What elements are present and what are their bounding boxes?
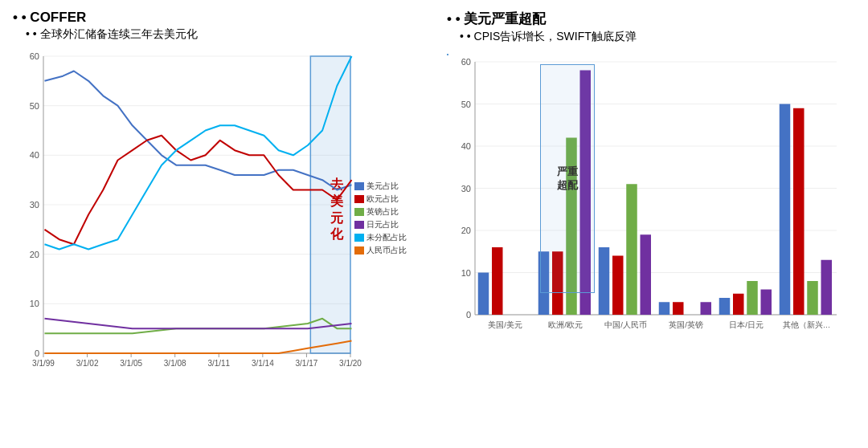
svg-text:3/1/08: 3/1/08	[164, 359, 186, 368]
svg-rect-86	[807, 281, 818, 315]
svg-text:人民币占比: 人民币占比	[366, 246, 407, 255]
svg-text:10: 10	[461, 268, 471, 278]
svg-text:3/1/05: 3/1/05	[120, 359, 142, 368]
svg-text:40: 40	[461, 141, 471, 151]
svg-text:欧元占比: 欧元占比	[366, 194, 399, 203]
svg-rect-42	[354, 234, 364, 242]
svg-rect-38	[354, 208, 364, 216]
svg-text:20: 20	[461, 226, 471, 235]
svg-text:美元占比: 美元占比	[366, 181, 399, 190]
svg-text:英镑占比: 英镑占比	[366, 207, 399, 216]
svg-text:3/1/20: 3/1/20	[339, 359, 362, 368]
svg-rect-75	[659, 302, 670, 315]
svg-rect-73	[641, 234, 652, 315]
left-panel: • COFFER • 全球外汇储备连续三年去美元化 01020304050603…	[0, 0, 434, 448]
svg-rect-76	[673, 302, 684, 315]
svg-rect-40	[354, 221, 364, 229]
svg-text:10: 10	[30, 299, 39, 308]
left-chart: 01020304050603/1/993/1/023/1/053/1/083/1…	[13, 48, 421, 438]
svg-text:0: 0	[466, 310, 471, 320]
svg-text:30: 30	[461, 184, 471, 193]
right-subtitle: • CPIS告诉增长，SWIFT触底反弹	[460, 30, 855, 44]
annotation-overweight: 严重 超配	[540, 64, 596, 294]
annotation-underweight	[447, 54, 448, 55]
svg-text:30: 30	[30, 200, 39, 210]
svg-rect-36	[354, 195, 364, 203]
svg-text:3/1/14: 3/1/14	[252, 359, 274, 368]
right-panel: • 美元严重超配 • CPIS告诉增长，SWIFT触底反弹 0102030405…	[434, 0, 868, 448]
svg-rect-34	[354, 182, 364, 190]
svg-text:3/1/02: 3/1/02	[76, 359, 99, 368]
svg-text:3/1/99: 3/1/99	[32, 359, 55, 368]
svg-text:英国/英镑: 英国/英镑	[669, 320, 703, 329]
svg-text:50: 50	[30, 101, 39, 111]
svg-rect-82	[761, 290, 772, 316]
svg-text:60: 60	[30, 51, 39, 61]
svg-text:未分配占比: 未分配占比	[366, 233, 407, 242]
svg-text:欧洲/欧元: 欧洲/欧元	[548, 320, 583, 329]
svg-rect-80	[733, 294, 744, 315]
svg-rect-63	[492, 247, 503, 315]
svg-text:3/1/17: 3/1/17	[296, 359, 318, 368]
svg-rect-71	[612, 256, 624, 316]
svg-text:20: 20	[30, 250, 39, 259]
svg-rect-62	[478, 273, 489, 316]
svg-text:日本/日元: 日本/日元	[729, 320, 764, 329]
svg-rect-84	[780, 104, 791, 316]
svg-text:40: 40	[30, 150, 39, 160]
svg-text:50: 50	[461, 100, 471, 109]
svg-text:其他（新兴…: 其他（新兴…	[783, 320, 831, 329]
right-title: • 美元严重超配	[447, 10, 855, 28]
svg-text:3/1/11: 3/1/11	[207, 359, 230, 368]
svg-rect-70	[599, 247, 610, 315]
svg-rect-87	[821, 260, 833, 315]
left-subtitle: • 全球外汇储备连续三年去美元化	[26, 27, 421, 42]
svg-text:0: 0	[35, 348, 39, 358]
svg-rect-44	[354, 246, 364, 255]
left-title: • COFFER	[13, 10, 421, 26]
svg-rect-72	[626, 184, 637, 315]
svg-rect-81	[747, 281, 758, 315]
right-chart-area: 0102030405060美国/美元欧洲/欧元中国/人民币英国/英镑日本/日元其…	[447, 54, 855, 438]
svg-text:日元占比: 日元占比	[366, 220, 399, 229]
svg-text:美国/美元: 美国/美元	[488, 320, 522, 329]
svg-text:60: 60	[461, 57, 471, 67]
svg-text:中国/人民币: 中国/人民币	[604, 320, 647, 329]
svg-rect-77	[701, 302, 712, 315]
svg-rect-79	[719, 298, 731, 315]
svg-rect-85	[793, 108, 805, 315]
